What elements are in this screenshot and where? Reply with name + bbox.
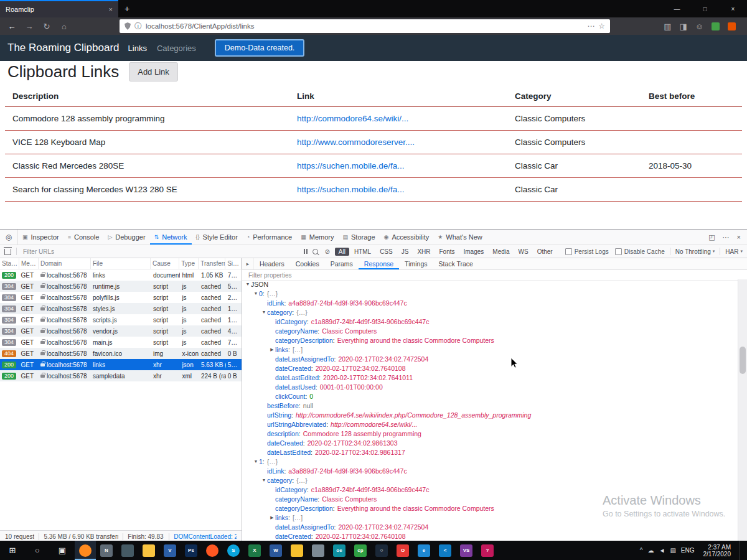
taskbar-media-app[interactable]: ? — [477, 541, 498, 560]
account-icon[interactable]: ☺ — [695, 22, 703, 31]
json-row-datecreated[interactable]: dateCreated:2020-02-17T02:34:02.7640108 — [242, 531, 738, 541]
taskbar-settings-tool[interactable] — [308, 541, 329, 560]
option-persist-logs[interactable]: Persist Logs — [565, 248, 609, 255]
network-request-row[interactable]: 304GETlocalhost:5678main.jsscriptjscache… — [0, 337, 242, 348]
taskbar-file-explorer[interactable] — [138, 541, 159, 560]
twisty-closed-icon[interactable]: ▶ — [269, 515, 275, 520]
json-row-links[interactable]: ▶links:[…] — [242, 345, 738, 354]
sidebar-icon[interactable]: ◨ — [679, 22, 687, 31]
taskbar-visual-studio-installer[interactable]: V — [159, 541, 181, 560]
devtools-tab-memory[interactable]: ▦Memory — [296, 230, 338, 245]
filter-chip-fonts[interactable]: Fonts — [436, 248, 459, 256]
extension-orange-icon[interactable] — [728, 22, 736, 30]
network-request-row[interactable]: 200GETlocalhost:5678linksdocumenthtml1.0… — [0, 269, 242, 281]
twisty-open-icon[interactable]: ▼ — [253, 291, 259, 296]
filter-chip-all[interactable]: All — [335, 248, 349, 256]
network-column-transferred[interactable]: Transferred — [199, 258, 225, 269]
link-url[interactable]: https://suchen.mobile.de/fa... — [297, 161, 405, 170]
task-view-button[interactable]: ▣ — [50, 541, 75, 560]
taskbar-firefox[interactable] — [75, 541, 96, 560]
network-request-row[interactable]: 304GETlocalhost:5678polyfills.jsscriptjs… — [0, 292, 242, 303]
json-row-categoryname[interactable]: categoryName:Classic Computers — [242, 494, 738, 503]
network-request-row[interactable]: 200GETlocalhost:5678sampledataxhrxml224 … — [0, 370, 242, 381]
json-row-datecreated[interactable]: dateCreated:2020-02-17T02:34:02.7640108 — [242, 363, 738, 373]
detail-tab-stack-trace[interactable]: Stack Trace — [433, 258, 478, 269]
library-icon[interactable]: ▥ — [664, 22, 671, 31]
json-row-description[interactable]: description:Commodore 128 assembly progr… — [242, 429, 738, 438]
nav-item-categories[interactable]: Categories — [157, 44, 196, 53]
network-column-si[interactable]: Si… — [225, 258, 242, 269]
nav-item-links[interactable]: Links — [128, 44, 147, 53]
json-row-categorydescription[interactable]: categoryDescription:Everything around th… — [242, 335, 738, 345]
filter-chip-css[interactable]: CSS — [376, 248, 397, 256]
network-request-row[interactable]: 404GETlocalhost:5678favicon.icoimgx-icon… — [0, 348, 242, 359]
filter-chip-other[interactable]: Other — [533, 248, 557, 256]
pause-recording-icon[interactable] — [304, 249, 308, 254]
devtools-menu-icon[interactable]: ⋯ — [723, 233, 730, 241]
detail-tab-params[interactable]: Params — [325, 258, 359, 269]
details-toggle-icon[interactable]: ▸ — [242, 258, 254, 269]
back-button[interactable]: ← — [5, 22, 19, 31]
bookmark-star-icon[interactable]: ☆ — [598, 22, 605, 30]
devtools-tab-style-editor[interactable]: {}Style Editor — [192, 230, 242, 245]
har-dropdown[interactable]: HAR ▾ — [725, 248, 743, 255]
option-disable-cache[interactable]: Disable Cache — [615, 248, 665, 255]
twisty-open-icon[interactable]: ▼ — [261, 310, 267, 314]
taskbar-photos[interactable] — [117, 541, 138, 560]
tray-expand-icon[interactable]: ^ — [640, 547, 643, 554]
demo-data-toast-button[interactable]: Demo-Data created. — [215, 39, 305, 57]
twisty-open-icon[interactable]: ▼ — [253, 459, 259, 464]
devtools-tab-accessibility[interactable]: ◉Accessibility — [380, 230, 434, 245]
json-row-json[interactable]: ▼JSON — [242, 279, 738, 289]
taskbar-clock[interactable]: 2:37 AM 2/17/2020 — [700, 544, 735, 558]
filter-chip-js[interactable]: JS — [398, 248, 413, 256]
filter-chip-ws[interactable]: WS — [515, 248, 532, 256]
twisty-open-icon[interactable]: ▼ — [245, 282, 251, 286]
json-row-datecreated[interactable]: dateCreated:2020-02-17T02:34:02.9861303 — [242, 438, 738, 447]
network-column-sta[interactable]: Sta… — [0, 258, 19, 269]
page-actions-icon[interactable]: ⋯ — [587, 22, 594, 30]
network-column-cause[interactable]: Cause — [151, 258, 179, 269]
response-scrollbar[interactable] — [738, 279, 747, 542]
reload-button[interactable]: ↻ — [40, 22, 54, 31]
window-close-button[interactable]: × — [719, 0, 747, 17]
language-indicator[interactable]: ENG — [681, 547, 695, 554]
add-link-button[interactable]: Add Link — [129, 62, 178, 82]
detail-tab-response[interactable]: Response — [359, 258, 399, 269]
taskbar-notepad[interactable]: N — [96, 541, 117, 560]
detail-tab-timings[interactable]: Timings — [399, 258, 433, 269]
network-request-row[interactable]: 304GETlocalhost:5678scripts.jsscriptjsca… — [0, 314, 242, 325]
json-row-datelastused[interactable]: dateLastUsed:0001-01-01T00:00:00 — [242, 382, 738, 391]
devtools-tab-inspector[interactable]: ▣Inspector — [18, 230, 63, 245]
devtools-tab-what-s-new[interactable]: ★What's New — [433, 230, 486, 245]
window-maximize-button[interactable]: □ — [691, 0, 719, 17]
link-url[interactable]: https://suchen.mobile.de/fa... — [297, 185, 405, 194]
json-row-urlstringabbreviated[interactable]: urlStringAbbreviated:http://commodore64.… — [242, 419, 738, 429]
twisty-open-icon[interactable]: ▼ — [261, 478, 267, 482]
json-row-categoryname[interactable]: categoryName:Classic Computers — [242, 326, 738, 335]
url-bar[interactable]: ⓘ localhost:5678/ClientApp/dist/links ⋯ … — [120, 19, 610, 33]
devtools-tab-console[interactable]: ≡Console — [63, 230, 104, 245]
devtools-tab-performance[interactable]: ◔Performance — [242, 230, 296, 245]
json-row-bestbefore[interactable]: bestBefore:null — [242, 401, 738, 410]
json-row-idlink[interactable]: idLink:a3a889d7-24bf-4d9f-9f34-906bc69c4… — [242, 466, 738, 475]
filter-chip-images[interactable]: Images — [460, 248, 488, 256]
link-url[interactable]: http://commodore64.se/wiki/... — [297, 114, 408, 123]
twisty-closed-icon[interactable]: ▶ — [269, 347, 275, 352]
browser-tab[interactable]: Roamclip × — [0, 0, 118, 17]
json-row-category[interactable]: ▼category:{…} — [242, 307, 738, 317]
scrollbar-thumb[interactable] — [740, 347, 746, 374]
block-requests-icon[interactable]: ⊘ — [324, 248, 329, 255]
json-row-1[interactable]: ▼1:{…} — [242, 457, 738, 466]
taskbar-visual-studio[interactable]: VS — [456, 541, 477, 560]
network-column-domain[interactable]: Domain — [39, 258, 91, 269]
network-request-row[interactable]: 304GETlocalhost:5678vendor.jsscriptjscac… — [0, 325, 242, 337]
volume-icon[interactable]: ◄ — [659, 547, 665, 554]
site-info-icon[interactable]: ⓘ — [134, 21, 142, 32]
taskbar-openoffice[interactable]: oe — [329, 541, 350, 560]
json-row-datelastassignedto[interactable]: dateLastAssignedTo:2020-02-17T02:34:02.7… — [242, 354, 738, 363]
json-row-datelastedited[interactable]: dateLastEdited:2020-02-17T02:34:02.76410… — [242, 373, 738, 382]
taskbar-emoji-app[interactable] — [286, 541, 308, 560]
link-url[interactable]: http://www.commodoreserver.... — [297, 138, 415, 147]
json-row-0[interactable]: ▼0:{…} — [242, 289, 738, 298]
